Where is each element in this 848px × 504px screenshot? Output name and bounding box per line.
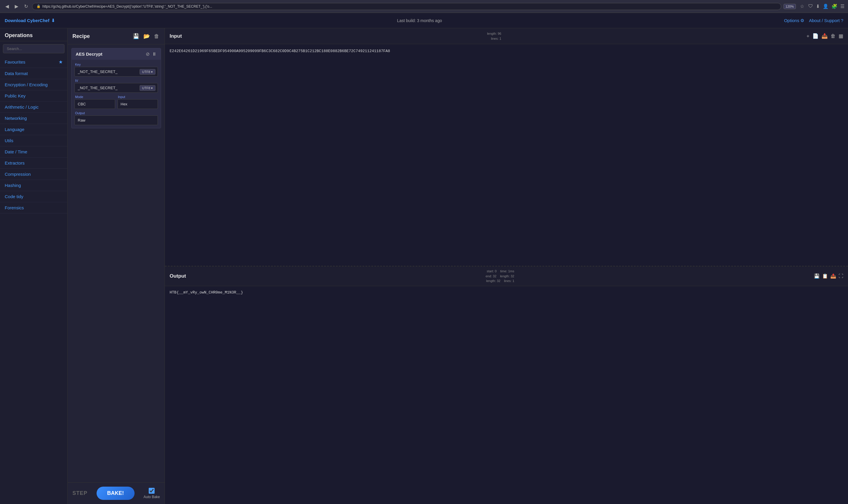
output-format-label: Output (74, 111, 158, 115)
app-header: Download CyberChef ⬇ Last build: 3 month… (0, 13, 848, 28)
output-end-row: end: 32 length: 32 (486, 274, 514, 279)
sidebar-item-public-key[interactable]: Public Key (0, 90, 68, 102)
header-right: Options ⚙ About / Support ? (784, 18, 843, 23)
output-textarea[interactable] (165, 286, 848, 504)
browser-chrome: ◀ ▶ ↻ 🔒 https://gchq.github.io/CyberChef… (0, 0, 848, 13)
output-time-value: 1ms (508, 269, 515, 273)
start-label: start: (487, 269, 495, 273)
sidebar-item-date-time[interactable]: Date / Time (0, 146, 68, 158)
profile-icon: 👤 (823, 3, 829, 9)
chevron-down-icon: ▾ (151, 70, 153, 74)
operation-name: AES Decrypt (76, 52, 103, 56)
sidebar-item-compression[interactable]: Compression (0, 169, 68, 180)
output-format-select[interactable]: Raw (74, 115, 158, 125)
download-browser-icon: ⬇ (816, 3, 820, 9)
iv-encoding-select[interactable]: UTF8 ▾ (140, 85, 156, 91)
input-format-select[interactable]: Hex (118, 99, 158, 109)
output-end-value: 32 (493, 274, 497, 278)
input-section: Input length: 96 lines: 1 + 📄 📥 🗑 (165, 28, 848, 266)
mode-input-row: Mode CBC Input Hex (74, 95, 158, 109)
load-recipe-button[interactable]: 📂 (143, 32, 150, 40)
search-input[interactable] (3, 44, 65, 53)
io-panel: Input length: 96 lines: 1 + 📄 📥 🗑 (165, 28, 848, 504)
recipe-title: Recipe (72, 33, 90, 39)
sidebar-item-hashing[interactable]: Hashing (0, 180, 68, 191)
download-icon: ⬇ (51, 18, 55, 23)
operation-card-aes-decrypt: AES Decrypt ⊘ ⏸ Key UTF8 ▾ (71, 48, 161, 128)
utils-label: Utils (5, 138, 13, 143)
sidebar-item-code-tidy[interactable]: Code tidy (0, 191, 68, 202)
sidebar-item-favourites[interactable]: Favourites ★ (0, 56, 68, 68)
step-button[interactable]: STEP (72, 490, 88, 496)
sidebar-item-language[interactable]: Language (0, 124, 68, 135)
key-encoding-select[interactable]: UTF8 ▾ (140, 69, 156, 74)
save-output-button[interactable]: 💾 (814, 273, 820, 279)
support-button[interactable]: About / Support ? (809, 18, 843, 23)
input-textarea[interactable] (165, 44, 848, 266)
back-button[interactable]: ◀ (3, 2, 11, 10)
disable-operation-button[interactable]: ⊘ (146, 51, 149, 57)
copy-output-button[interactable]: 📋 (822, 273, 828, 279)
export-output-button[interactable]: 📤 (830, 273, 836, 279)
sidebar-item-networking[interactable]: Networking (0, 113, 68, 124)
output-start-value: 0 (495, 269, 497, 273)
input-lines-value: 1 (499, 37, 501, 40)
build-info: Last build: 3 months ago (55, 18, 784, 23)
grid-input-button[interactable]: ▦ (838, 33, 843, 39)
extension-icon: 🧩 (831, 3, 837, 9)
pause-operation-button[interactable]: ⏸ (152, 51, 157, 57)
mode-select[interactable]: CBC (74, 99, 115, 109)
output-lines-length: 32 (497, 279, 500, 283)
sidebar-item-data-format[interactable]: Data format (0, 68, 68, 79)
add-input-button[interactable]: + (807, 33, 809, 39)
sidebar: Operations Favourites ★ Data format Encr… (0, 28, 68, 504)
compression-label: Compression (5, 172, 31, 177)
time-label: time: (500, 269, 508, 273)
autobake-checkbox[interactable] (149, 488, 155, 494)
sidebar-item-utils[interactable]: Utils (0, 135, 68, 146)
gear-icon: ⚙ (800, 18, 804, 23)
output-timing-row: start: 0 time: 1ms (486, 269, 514, 274)
encryption-encoding-label: Encryption / Encoding (5, 82, 48, 87)
zoom-level: 120% (783, 4, 796, 9)
expand-output-button[interactable]: ⛶ (838, 273, 843, 279)
output-lines-label: length: (486, 279, 497, 283)
sidebar-items: Favourites ★ Data format Encryption / En… (0, 56, 68, 504)
bake-button[interactable]: BAKE! (96, 487, 134, 500)
code-tidy-label: Code tidy (5, 194, 23, 199)
autobake-label: Auto Bake (144, 495, 160, 499)
iv-label: IV (74, 79, 158, 83)
end-label: end: (486, 274, 493, 278)
shield-icon: 🛡 (808, 3, 813, 9)
output-section: Output start: 0 time: 1ms end: 32 length… (165, 266, 848, 504)
bookmark-button[interactable]: ☆ (798, 2, 806, 10)
output-length-value: 32 (510, 274, 514, 278)
options-button[interactable]: Options ⚙ (784, 18, 805, 23)
sidebar-item-encryption-encoding[interactable]: Encryption / Encoding (0, 79, 68, 90)
sidebar-item-extractors[interactable]: Extractors (0, 158, 68, 169)
refresh-button[interactable]: ↻ (22, 2, 30, 10)
save-recipe-button[interactable]: 💾 (132, 32, 140, 40)
public-key-label: Public Key (5, 93, 25, 98)
delete-input-button[interactable]: 🗑 (831, 33, 836, 39)
recipe-actions: 💾 📂 🗑 (132, 32, 160, 40)
sidebar-item-forensics[interactable]: Forensics (0, 202, 68, 213)
options-label: Options (784, 18, 799, 23)
file-input-button[interactable]: 📄 (812, 33, 818, 39)
recipe-panel: Recipe 💾 📂 🗑 AES Decrypt ⊘ ⏸ Key (68, 28, 165, 504)
arithmetic-logic-label: Arithmetic / Logic (5, 105, 39, 109)
output-lines-row: length: 32 lines: 1 (486, 278, 514, 284)
build-label: Last build: 3 months ago (397, 18, 442, 23)
import-input-button[interactable]: 📥 (822, 33, 828, 39)
delete-recipe-button[interactable]: 🗑 (154, 32, 160, 40)
input-actions: + 📄 📥 🗑 ▦ (807, 33, 843, 39)
input-field-group: Input Hex (118, 95, 158, 109)
iv-encoding-label: UTF8 (142, 86, 150, 90)
browser-icons: 🛡 ⬇ 👤 🧩 ☰ (808, 3, 845, 9)
sidebar-item-arithmetic-logic[interactable]: Arithmetic / Logic (0, 102, 68, 113)
download-cyberchef-button[interactable]: Download CyberChef ⬇ (5, 18, 55, 23)
forward-button[interactable]: ▶ (13, 2, 20, 10)
address-bar[interactable]: 🔒 https://gchq.github.io/CyberChef/#reci… (32, 3, 781, 10)
question-icon: ? (841, 18, 843, 23)
input-format-label: Input (118, 95, 158, 98)
